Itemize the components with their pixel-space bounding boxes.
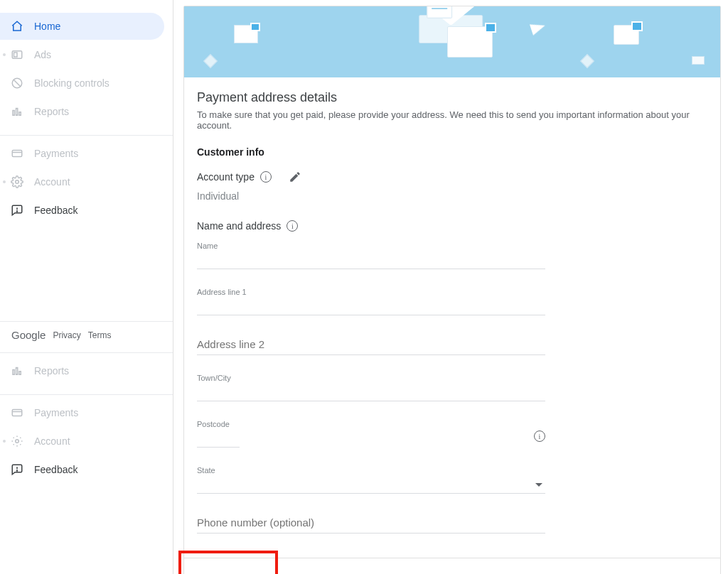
- bar-chart-icon: [10, 364, 24, 378]
- nav-group-extra: Reports: [0, 357, 173, 390]
- svg-rect-14: [19, 372, 21, 375]
- sidebar-item-label: Payments: [34, 407, 78, 418]
- block-icon: [10, 76, 24, 90]
- field-label: State: [197, 466, 215, 475]
- field-label: Address line 1: [197, 288, 247, 296]
- svg-rect-5: [16, 109, 18, 116]
- home-icon: [10, 19, 24, 33]
- payments-icon: [10, 406, 24, 420]
- sidebar-item-label: Payments: [34, 148, 78, 159]
- gear-icon: [10, 175, 24, 189]
- svg-point-17: [16, 440, 19, 443]
- sidebar-item-reports[interactable]: Reports: [0, 98, 164, 125]
- customer-info-heading: Customer info: [197, 146, 707, 158]
- town-field: Town/City: [197, 374, 545, 401]
- address1-input[interactable]: [197, 288, 545, 315]
- svg-point-19: [16, 470, 17, 471]
- page-description: To make sure that you get paid, please p…: [197, 109, 707, 131]
- privacy-link[interactable]: Privacy: [53, 330, 80, 340]
- info-icon[interactable]: i: [287, 220, 298, 232]
- account-type-label: Account type: [197, 171, 255, 183]
- town-input[interactable]: [197, 374, 545, 401]
- ads-icon: [10, 48, 24, 62]
- info-icon[interactable]: i: [260, 171, 272, 183]
- nav-group-extra-2: Payments Account Feedback: [0, 399, 173, 489]
- sidebar-footer: Google Privacy Terms: [0, 321, 173, 348]
- address-form: Name Address line 1 Town/City: [197, 242, 545, 534]
- feedback-icon: [10, 462, 24, 477]
- phone-input[interactable]: [197, 512, 545, 534]
- submit-button[interactable]: SUBMIT: [197, 570, 237, 574]
- sidebar-item-label: Feedback: [34, 464, 77, 475]
- sidebar-item-ads[interactable]: Ads: [0, 41, 164, 68]
- payments-icon: [10, 146, 24, 161]
- name-input[interactable]: [197, 242, 545, 269]
- svg-point-11: [16, 211, 17, 212]
- sidebar-item-label: Account: [34, 435, 70, 447]
- address1-field: Address line 1: [197, 288, 545, 315]
- sidebar-item-label: Reports: [34, 106, 69, 117]
- sidebar-item-label: Feedback: [34, 205, 77, 216]
- sidebar-item-account[interactable]: Account: [0, 168, 164, 195]
- sidebar-item-payments[interactable]: Payments: [0, 399, 164, 426]
- address2-input[interactable]: [197, 334, 545, 355]
- svg-rect-13: [16, 368, 18, 375]
- chevron-down-icon: [535, 483, 542, 487]
- sidebar-item-home[interactable]: Home: [0, 13, 164, 40]
- google-logo: Google: [11, 329, 46, 341]
- info-icon[interactable]: i: [534, 430, 545, 443]
- sidebar: Home Ads Blocking controls Reports: [0, 0, 173, 574]
- sidebar-item-account[interactable]: Account: [0, 428, 164, 455]
- nav-group-secondary: Payments Account Feedback: [0, 140, 173, 229]
- state-select[interactable]: [197, 466, 545, 494]
- sidebar-item-payments[interactable]: Payments: [0, 140, 164, 167]
- bar-chart-icon: [10, 104, 24, 119]
- name-field: Name: [197, 242, 545, 269]
- field-label: Name: [197, 242, 218, 250]
- svg-rect-15: [12, 410, 22, 416]
- svg-rect-6: [19, 112, 21, 116]
- state-field: State: [197, 466, 545, 494]
- sidebar-item-label: Home: [34, 21, 60, 32]
- main-content: Payment address details To make sure tha…: [173, 0, 728, 574]
- banner-illustration: [184, 6, 720, 77]
- payment-address-card: Payment address details To make sure tha…: [183, 6, 721, 574]
- svg-rect-1: [14, 53, 18, 57]
- gear-icon: [10, 434, 24, 448]
- svg-rect-12: [13, 370, 14, 375]
- sidebar-item-feedback[interactable]: Feedback: [0, 456, 164, 483]
- account-type-value: Individual: [197, 190, 707, 202]
- svg-point-9: [16, 180, 19, 184]
- feedback-icon: [10, 203, 24, 217]
- name-address-label: Name and address: [197, 220, 281, 232]
- svg-rect-4: [13, 111, 14, 116]
- sidebar-item-blocking-controls[interactable]: Blocking controls: [0, 70, 164, 97]
- nav-group-primary: Home Ads Blocking controls Reports: [0, 13, 173, 131]
- edit-icon[interactable]: [289, 170, 301, 183]
- terms-link[interactable]: Terms: [88, 330, 112, 340]
- sidebar-item-label: Blocking controls: [34, 77, 109, 89]
- sidebar-item-feedback[interactable]: Feedback: [0, 197, 164, 224]
- sidebar-item-label: Account: [34, 176, 70, 188]
- svg-rect-7: [12, 151, 22, 157]
- sidebar-item-label: Reports: [34, 365, 69, 377]
- phone-field: [197, 512, 545, 534]
- field-label: Postcode: [197, 420, 230, 428]
- page-title: Payment address details: [197, 90, 707, 105]
- field-label: Town/City: [197, 374, 231, 382]
- postcode-field: Postcode i: [197, 420, 545, 448]
- sidebar-item-label: Ads: [34, 49, 51, 60]
- sidebar-item-reports[interactable]: Reports: [0, 357, 164, 384]
- address2-field: [197, 334, 545, 355]
- svg-line-3: [14, 80, 21, 87]
